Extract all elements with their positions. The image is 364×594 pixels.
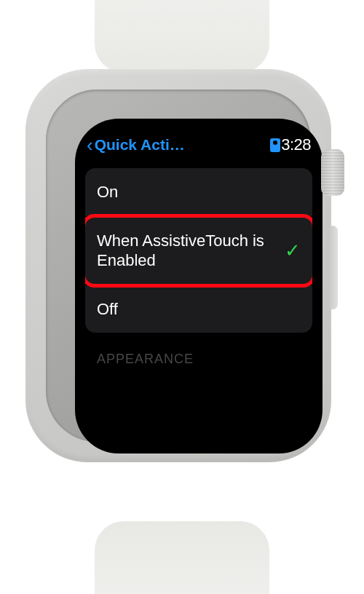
option-label: When Assistive­Touch is Enabled [97,231,279,271]
watch-band-top [95,0,269,73]
status-bar: ‹ Quick Acti… 3:28 [85,133,312,157]
option-label: Off [97,299,301,320]
status-time: 3:28 [281,135,311,154]
chevron-left-icon: ‹ [87,134,93,157]
watch-case: ‹ Quick Acti… 3:28 On When Assistive­Tou… [25,69,331,462]
option-off[interactable]: Off [85,285,312,333]
digital-crown[interactable] [321,149,344,196]
section-header-appearance: APPEARANCE [85,333,312,367]
watch-band-bottom [95,521,269,594]
checkmark-icon: ✓ [285,239,301,262]
options-list: On When Assistive­Touch is Enabled ✓ Off [85,168,312,333]
watch-bezel: ‹ Quick Acti… 3:28 On When Assistive­Tou… [46,90,311,442]
option-when-assistivetouch[interactable]: When Assistive­Touch is Enabled ✓ [85,217,312,285]
status-right: 3:28 [270,135,311,154]
back-label: Quick Acti… [95,136,185,154]
option-on[interactable]: On [85,168,312,216]
boarding-pass-icon [270,138,280,152]
side-button[interactable] [328,226,338,309]
watch-screen: ‹ Quick Acti… 3:28 On When Assistive­Tou… [75,119,323,454]
back-button[interactable]: ‹ Quick Acti… [87,134,185,157]
option-label: On [97,182,301,202]
